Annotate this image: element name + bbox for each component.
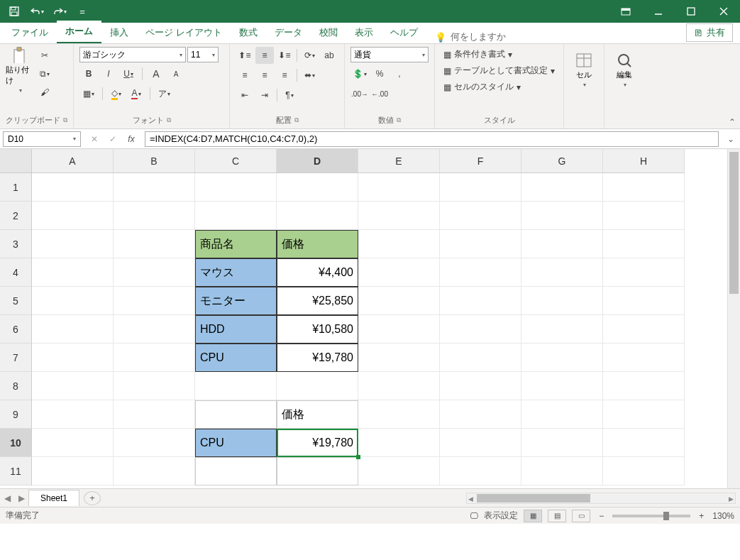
cell-h6[interactable] [603, 315, 685, 344]
cell-h4[interactable] [603, 258, 685, 287]
col-header-d[interactable]: D [277, 149, 358, 173]
increase-decimal-button[interactable]: .00→ [350, 85, 369, 102]
tab-review[interactable]: 校閲 [311, 22, 346, 43]
collapse-ribbon-button[interactable]: ⌃ [729, 117, 736, 127]
comma-button[interactable]: , [390, 65, 409, 82]
cell-b3[interactable] [114, 230, 195, 258]
cell-f3[interactable] [440, 230, 521, 258]
cell-g4[interactable] [521, 258, 603, 287]
tab-home[interactable]: ホーム [57, 21, 101, 43]
tab-help[interactable]: ヘルプ [382, 22, 426, 43]
select-all-corner[interactable] [0, 149, 32, 173]
cells-button[interactable]: セル ▾ [570, 47, 598, 94]
paste-button[interactable]: 貼り付け ▾ [6, 47, 34, 94]
tab-nav-next[interactable]: ▶ [14, 493, 28, 503]
tab-data[interactable]: データ [266, 22, 311, 43]
cell-d5[interactable]: ¥25,850 [277, 287, 358, 315]
fill-color-button[interactable]: ◇▾ [107, 85, 126, 102]
decrease-decimal-button[interactable]: ←.00 [370, 85, 389, 102]
cell-g6[interactable] [521, 315, 603, 344]
cell-b1[interactable] [114, 173, 195, 202]
cell-d2[interactable] [277, 202, 358, 230]
col-header-b[interactable]: B [114, 149, 195, 173]
cell-g1[interactable] [521, 173, 603, 202]
cell-g2[interactable] [521, 202, 603, 230]
cell-h10[interactable] [603, 429, 685, 457]
cell-c5[interactable]: モニター [195, 287, 277, 315]
cell-g9[interactable] [521, 400, 603, 429]
borders-button[interactable]: ▦▾ [79, 85, 98, 102]
vertical-scroll-thumb[interactable] [729, 152, 739, 294]
cell-c3[interactable]: 商品名 [195, 230, 277, 258]
cell-h7[interactable] [603, 344, 685, 372]
cell-h11[interactable] [603, 457, 685, 485]
cell-e5[interactable] [358, 287, 440, 315]
zoom-slider-knob[interactable] [663, 512, 669, 520]
cell-c7[interactable]: CPU [195, 344, 277, 372]
cell-f9[interactable] [440, 400, 521, 429]
cell-f7[interactable] [440, 344, 521, 372]
grow-font-button[interactable]: A [147, 65, 165, 82]
horizontal-scrollbar[interactable]: ◀ ▶ [466, 493, 736, 504]
cell-b6[interactable] [114, 315, 195, 344]
cell-a8[interactable] [32, 372, 114, 400]
accept-formula-button[interactable]: ✓ [105, 131, 121, 147]
increase-indent-button[interactable]: ⇥ [255, 87, 274, 104]
cell-b4[interactable] [114, 258, 195, 287]
col-header-f[interactable]: F [440, 149, 521, 173]
horizontal-scroll-thumb[interactable] [477, 494, 590, 503]
cell-g10[interactable] [521, 429, 603, 457]
cell-d7[interactable]: ¥19,780 [277, 344, 358, 372]
percent-button[interactable]: % [370, 65, 389, 82]
sheet-tab-1[interactable]: Sheet1 [28, 490, 79, 506]
cell-b10[interactable] [114, 429, 195, 457]
decrease-indent-button[interactable]: ⇤ [236, 87, 254, 104]
cell-c8[interactable] [195, 372, 277, 400]
cell-a2[interactable] [32, 202, 114, 230]
orientation-button[interactable]: ⟳▾ [300, 47, 319, 64]
cell-styles-button[interactable]: ▦セルのスタイル ▾ [441, 79, 524, 94]
cell-b11[interactable] [114, 457, 195, 485]
currency-button[interactable]: 💲▾ [350, 65, 369, 82]
align-bottom-button[interactable]: ⬇≡ [275, 47, 294, 64]
cell-b2[interactable] [114, 202, 195, 230]
cell-h2[interactable] [603, 202, 685, 230]
cell-d3[interactable]: 価格 [277, 230, 358, 258]
cell-f8[interactable] [440, 372, 521, 400]
tab-insert[interactable]: 挿入 [101, 22, 137, 43]
tab-view[interactable]: 表示 [346, 22, 382, 43]
zoom-in-button[interactable]: + [696, 511, 707, 521]
editing-button[interactable]: 編集 ▾ [610, 47, 639, 94]
col-header-a[interactable]: A [32, 149, 114, 173]
col-header-e[interactable]: E [358, 149, 440, 173]
align-center-button[interactable]: ≡ [255, 67, 274, 84]
tab-page-layout[interactable]: ページ レイアウト [137, 22, 231, 43]
zoom-out-button[interactable]: − [596, 511, 607, 521]
fx-button[interactable]: fx [123, 131, 139, 147]
italic-button[interactable]: I [99, 65, 118, 82]
cell-d4[interactable]: ¥4,400 [277, 258, 358, 287]
cell-e4[interactable] [358, 258, 440, 287]
view-page-layout-button[interactable]: ▤ [548, 510, 566, 522]
cell-c10[interactable]: CPU [195, 429, 277, 457]
display-settings-icon[interactable]: 🖵 [470, 511, 478, 521]
cell-f2[interactable] [440, 202, 521, 230]
cell-e7[interactable] [358, 344, 440, 372]
row-header-4[interactable]: 4 [0, 258, 32, 287]
cell-d6[interactable]: ¥10,580 [277, 315, 358, 344]
align-top-button[interactable]: ⬆≡ [236, 47, 254, 64]
cell-e6[interactable] [358, 315, 440, 344]
number-format-combo[interactable]: 通貨▾ [350, 47, 429, 62]
view-page-break-button[interactable]: ▭ [572, 510, 590, 522]
row-header-7[interactable]: 7 [0, 344, 32, 372]
cell-c6[interactable]: HDD [195, 315, 277, 344]
cell-d8[interactable] [277, 372, 358, 400]
ribbon-display-button[interactable] [609, 0, 642, 23]
save-icon[interactable] [6, 3, 23, 20]
cell-h3[interactable] [603, 230, 685, 258]
row-header-11[interactable]: 11 [0, 457, 32, 485]
cell-e2[interactable] [358, 202, 440, 230]
conditional-format-button[interactable]: ▦条件付き書式 ▾ [441, 47, 515, 62]
cell-b5[interactable] [114, 287, 195, 315]
cell-d9[interactable]: 価格 [277, 400, 358, 429]
